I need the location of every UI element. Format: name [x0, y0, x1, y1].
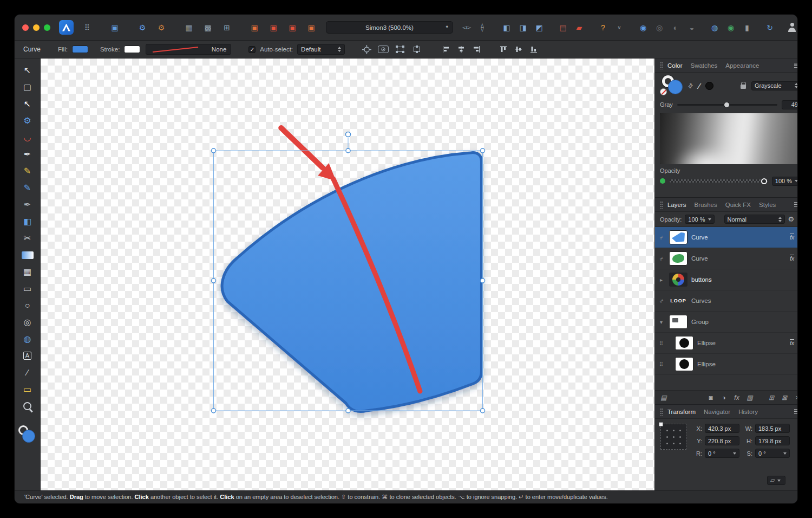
corner-tool[interactable]: ◡ — [15, 129, 41, 146]
slice-icon[interactable]: ▤ — [557, 21, 569, 34]
document-title-zoom-select[interactable]: Simon3 (500.0%) * — [326, 21, 453, 34]
artboard-tool[interactable]: ▢ — [15, 79, 41, 95]
color-tab-appearance[interactable]: Appearance — [725, 62, 759, 69]
arrange-front-icon[interactable]: ◩ — [533, 21, 545, 34]
chevron-down-icon[interactable] — [783, 452, 787, 455]
vector-crop-tool[interactable]: ▦ — [15, 263, 41, 280]
adjustment-layer-icon[interactable]: ◑ — [720, 394, 728, 402]
layer-thumbnail[interactable] — [675, 357, 693, 371]
opacity-slider[interactable] — [670, 179, 768, 183]
move-tool[interactable]: ↖ — [15, 62, 41, 79]
swap-colors-icon[interactable]: ⇄ — [686, 81, 695, 90]
panel-grip[interactable] — [660, 201, 663, 209]
layer-row-6-ellipse[interactable]: ⠿Ellipse — [655, 354, 797, 375]
preferences-gear-icon[interactable]: ⚙ — [136, 21, 148, 34]
account-icon[interactable] — [787, 22, 797, 33]
chevron-down-icon[interactable] — [777, 480, 781, 482]
collapse-chevron-icon[interactable]: ▾ — [657, 319, 665, 325]
shear-options-button[interactable]: ▱ — [767, 476, 785, 485]
maximize-button[interactable] — [44, 24, 50, 31]
snapping-magnet-icon[interactable]: ? — [597, 21, 609, 34]
layer-opacity-field[interactable]: 100 % — [685, 215, 714, 224]
align-left-icon[interactable] — [441, 44, 451, 55]
knife-tool[interactable]: ✂ — [15, 230, 41, 247]
fill-tool[interactable]: ◧ — [15, 213, 41, 230]
arrange-back-icon[interactable]: ◧ — [501, 21, 513, 34]
duplicate-layer-icon[interactable]: ▤ — [660, 394, 667, 402]
snapping-grid-icon[interactable]: ⊞ — [221, 21, 233, 34]
layer-settings-gear-icon[interactable]: ⚙ — [788, 215, 795, 223]
show-transform-handles-icon[interactable] — [395, 44, 405, 55]
export-slice-icon[interactable]: ▰ — [573, 21, 585, 34]
boolean-intersect-icon[interactable]: ◐ — [670, 21, 682, 34]
y-field[interactable]: 220.8 px — [705, 436, 739, 445]
align-right-icon[interactable] — [471, 44, 482, 55]
snapping-options-chevron[interactable]: ∨ — [613, 21, 625, 34]
history-sync-icon[interactable]: ↻ — [764, 21, 776, 34]
insert-inside-icon[interactable]: ▣ — [286, 21, 298, 34]
opacity-slider-knob[interactable] — [761, 178, 767, 184]
export-persona-icon[interactable]: ▣ — [109, 21, 121, 34]
h-field[interactable]: 179.8 px — [755, 436, 790, 445]
text-tool[interactable]: A — [15, 347, 41, 364]
r-field[interactable]: 0 ° — [705, 449, 739, 458]
x-field[interactable]: 420.3 px — [705, 424, 739, 433]
stepper-icon[interactable] — [338, 47, 341, 52]
fill-stroke-wells[interactable] — [18, 425, 37, 445]
insert-on-top-icon[interactable]: ▣ — [267, 21, 279, 34]
fx-badge-icon[interactable]: fx — [790, 339, 794, 347]
opacity-value-field[interactable]: 100 % — [772, 177, 797, 186]
panel-menu-icon[interactable] — [794, 409, 797, 414]
color-picker-tool[interactable]: ∕ — [15, 364, 41, 381]
stepper-icon[interactable] — [778, 217, 782, 222]
add-pixel-layer-icon[interactable]: ⊠ — [781, 394, 788, 402]
chevron-down-icon[interactable] — [733, 452, 736, 455]
pixel-grid-icon[interactable]: ▩ — [202, 21, 214, 34]
no-color-button[interactable] — [660, 88, 667, 95]
pixel-persona-icon[interactable]: ⠿ — [81, 21, 93, 34]
boolean-add-icon[interactable]: ◉ — [637, 21, 649, 34]
expand-chevron-icon[interactable]: ▸ — [657, 277, 665, 283]
arrange-mid-icon[interactable]: ◨ — [517, 21, 529, 34]
flip-horizontal-icon[interactable]: ◅▻ — [461, 21, 473, 34]
transform-tab-transform[interactable]: Transform — [667, 409, 696, 415]
contour-icon[interactable]: ▮ — [741, 21, 753, 34]
layers-tab-styles[interactable]: Styles — [759, 202, 776, 208]
layer-thumbnail[interactable] — [669, 273, 687, 287]
layer-effects-icon[interactable]: fx — [733, 394, 741, 402]
shape-builder-tool[interactable]: ◍ — [15, 331, 41, 347]
warp-gear-icon[interactable]: ⚙ — [155, 21, 167, 34]
close-button[interactable] — [22, 24, 29, 31]
gradient-tool[interactable] — [15, 247, 41, 263]
ellipse-tool[interactable]: ○ — [15, 297, 41, 314]
layer-thumbnail[interactable] — [669, 315, 687, 329]
fx-badge-icon[interactable]: fx — [790, 234, 794, 241]
minimize-button[interactable] — [33, 24, 40, 31]
style-picker-icon[interactable]: ◉ — [725, 21, 737, 34]
layer-row-0-curve[interactable]: ✂Curvefx — [655, 227, 797, 248]
transform-tab-navigator[interactable]: Navigator — [704, 409, 730, 415]
stepper-icon[interactable] — [795, 83, 797, 88]
layer-row-4-group[interactable]: ▾Group — [655, 312, 797, 333]
insert-replace-icon[interactable]: ▣ — [305, 21, 317, 34]
measure-tool[interactable]: ▭ — [15, 381, 41, 398]
layer-thumbnail[interactable] — [675, 336, 693, 350]
color-tab-color[interactable]: Color — [667, 62, 682, 69]
auto-select-dropdown[interactable]: Default — [297, 44, 345, 55]
fill-swatch[interactable] — [72, 46, 88, 53]
layer-thumbnail[interactable]: LOOP — [669, 294, 687, 308]
show-rotation-handles-icon[interactable] — [411, 44, 422, 55]
secondary-color-well[interactable] — [705, 82, 713, 90]
live-filter-icon[interactable]: ▨ — [746, 394, 754, 402]
s-field[interactable]: 0 ° — [755, 449, 790, 458]
layer-row-2-buttons[interactable]: ▸buttons — [655, 269, 797, 290]
blend-mode-select[interactable]: Normal — [724, 215, 785, 224]
gray-value-field[interactable]: 49 — [782, 100, 797, 109]
vector-brush-tool[interactable]: ✎ — [15, 179, 41, 196]
transform-tab-history[interactable]: History — [738, 409, 758, 415]
color-lock-icon[interactable] — [741, 85, 746, 89]
flip-vertical-icon[interactable]: ◅▻ — [476, 22, 489, 34]
fill-well-icon[interactable] — [22, 430, 35, 443]
stroke-style-select[interactable]: None — [146, 44, 231, 55]
cycle-selection-target-icon[interactable] — [361, 44, 372, 55]
